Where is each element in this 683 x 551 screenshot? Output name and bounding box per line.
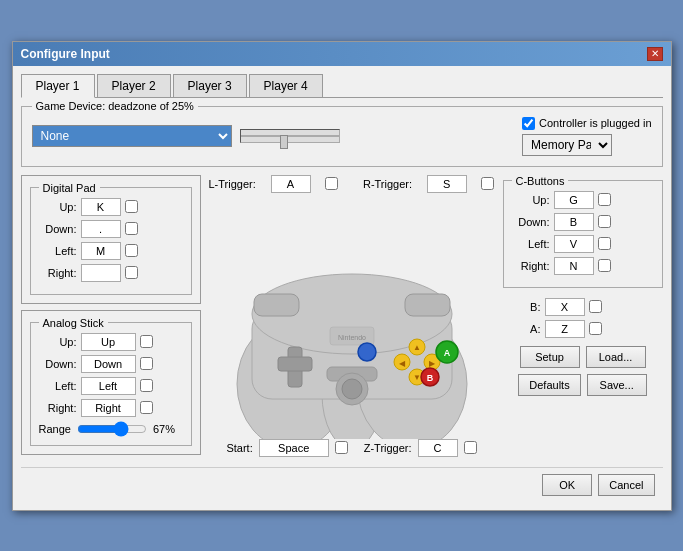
c-left-input[interactable] — [554, 235, 594, 253]
dpad-left-input[interactable] — [81, 242, 121, 260]
l-trigger-checkbox[interactable] — [325, 177, 338, 190]
load-button[interactable]: Load... — [586, 346, 646, 368]
r-trigger-label: R-Trigger: — [363, 178, 412, 190]
window-body: Player 1 Player 2 Player 3 Player 4 Game… — [13, 66, 671, 510]
svg-rect-5 — [254, 294, 299, 316]
c-right-label: Right: — [512, 260, 550, 272]
a-checkbox[interactable] — [589, 322, 602, 335]
controller-plugged-row: Controller is plugged in — [522, 117, 652, 130]
analog-right-row: Right: — [39, 399, 183, 417]
dpad-down-row: Down: — [39, 220, 183, 238]
defaults-button[interactable]: Defaults — [518, 374, 580, 396]
svg-point-26 — [342, 379, 362, 399]
action-buttons: Setup Load... Defaults Save... — [503, 346, 663, 396]
analog-right-input[interactable] — [81, 399, 136, 417]
analog-left-checkbox[interactable] — [140, 379, 153, 392]
b-checkbox[interactable] — [589, 300, 602, 313]
game-device-legend: Game Device: deadzone of 25% — [32, 100, 198, 112]
c-left-checkbox[interactable] — [598, 237, 611, 250]
analog-down-input[interactable] — [81, 355, 136, 373]
start-input[interactable] — [259, 439, 329, 457]
b-a-section: B: A: — [503, 298, 663, 338]
analog-down-label: Down: — [39, 358, 77, 370]
close-button[interactable]: ✕ — [647, 47, 663, 61]
analog-left-input[interactable] — [81, 377, 136, 395]
trigger-row: L-Trigger: R-Trigger: — [209, 175, 495, 193]
dpad-right-checkbox[interactable] — [125, 266, 138, 279]
tab-player2[interactable]: Player 2 — [97, 74, 171, 97]
range-value: 67% — [153, 423, 178, 435]
range-slider[interactable] — [77, 421, 147, 437]
c-right-input[interactable] — [554, 257, 594, 275]
analog-right-checkbox[interactable] — [140, 401, 153, 414]
dpad-up-checkbox[interactable] — [125, 200, 138, 213]
dpad-up-input[interactable] — [81, 198, 121, 216]
svg-text:▲: ▲ — [413, 343, 421, 352]
l-trigger-label: L-Trigger: — [209, 178, 256, 190]
dpad-right-input[interactable] — [81, 264, 121, 282]
cancel-button[interactable]: Cancel — [598, 474, 654, 496]
pak-select[interactable]: Memory Pak Rumble Pak None — [522, 134, 612, 156]
dpad-right-row: Right: — [39, 264, 183, 282]
analog-up-checkbox[interactable] — [140, 335, 153, 348]
dpad-right-label: Right: — [39, 267, 77, 279]
svg-rect-9 — [278, 357, 312, 371]
start-label: Start: — [226, 442, 252, 454]
c-right-checkbox[interactable] — [598, 259, 611, 272]
z-trigger-input[interactable] — [418, 439, 458, 457]
analog-up-label: Up: — [39, 336, 77, 348]
ok-button[interactable]: OK — [542, 474, 592, 496]
c-left-label: Left: — [512, 238, 550, 250]
c-up-checkbox[interactable] — [598, 193, 611, 206]
tabs-container: Player 1 Player 2 Player 3 Player 4 — [21, 74, 663, 98]
c-down-checkbox[interactable] — [598, 215, 611, 228]
svg-text:Nintendo: Nintendo — [337, 334, 365, 341]
z-trigger-label: Z-Trigger: — [364, 442, 412, 454]
dpad-up-label: Up: — [39, 201, 77, 213]
svg-text:A: A — [443, 348, 450, 358]
l-trigger-input[interactable] — [271, 175, 311, 193]
start-checkbox[interactable] — [335, 441, 348, 454]
r-trigger-checkbox[interactable] — [481, 177, 494, 190]
dpad-down-checkbox[interactable] — [125, 222, 138, 235]
c-down-input[interactable] — [554, 213, 594, 231]
analog-stick-legend: Analog Stick — [39, 317, 108, 329]
a-input[interactable] — [545, 320, 585, 338]
save-button[interactable]: Save... — [587, 374, 647, 396]
bottom-bar: OK Cancel — [21, 467, 663, 502]
tab-player4[interactable]: Player 4 — [249, 74, 323, 97]
device-select[interactable]: None — [32, 125, 232, 147]
tab-player3[interactable]: Player 3 — [173, 74, 247, 97]
tab-player1[interactable]: Player 1 — [21, 74, 95, 98]
c-down-row: Down: — [512, 213, 654, 231]
analog-left-row: Left: — [39, 377, 183, 395]
device-slider[interactable] — [240, 129, 340, 143]
analog-left-label: Left: — [39, 380, 77, 392]
z-trigger-checkbox[interactable] — [464, 441, 477, 454]
analog-stick-section: Analog Stick Up: Down: Left: — [21, 310, 201, 455]
digital-pad-section: Digital Pad Up: Down: Left: — [21, 175, 201, 304]
title-bar: Configure Input ✕ — [13, 42, 671, 66]
range-label: Range — [39, 423, 71, 435]
analog-range-row: Range 67% — [39, 421, 183, 437]
dpad-down-input[interactable] — [81, 220, 121, 238]
analog-down-row: Down: — [39, 355, 183, 373]
controller-plugged-checkbox[interactable] — [522, 117, 535, 130]
a-button-row: A: — [503, 320, 663, 338]
b-button-row: B: — [503, 298, 663, 316]
b-input[interactable] — [545, 298, 585, 316]
c-up-label: Up: — [512, 194, 550, 206]
dpad-up-row: Up: — [39, 198, 183, 216]
c-up-input[interactable] — [554, 191, 594, 209]
dpad-left-checkbox[interactable] — [125, 244, 138, 257]
analog-down-checkbox[interactable] — [140, 357, 153, 370]
svg-text:B: B — [426, 373, 433, 383]
c-down-label: Down: — [512, 216, 550, 228]
svg-text:▶: ▶ — [429, 359, 436, 368]
r-trigger-input[interactable] — [427, 175, 467, 193]
setup-button[interactable]: Setup — [520, 346, 580, 368]
bottom-buttons: Start: Z-Trigger: — [209, 439, 495, 457]
device-row: None Controller is plugged in Memory Pak… — [32, 117, 652, 156]
analog-up-input[interactable] — [81, 333, 136, 351]
a-label: A: — [503, 323, 541, 335]
